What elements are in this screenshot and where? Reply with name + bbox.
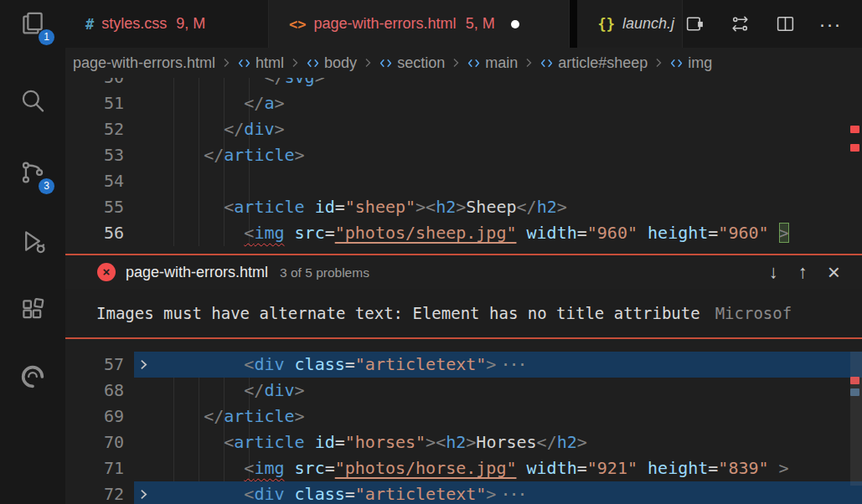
- breadcrumb-item[interactable]: page-with-errors.html: [73, 54, 215, 72]
- activity-run-debug[interactable]: [0, 224, 65, 261]
- more-actions-icon[interactable]: ···: [818, 13, 842, 36]
- activity-search[interactable]: [0, 84, 65, 121]
- activity-bar: 1 3: [0, 0, 65, 504]
- breadcrumb-item[interactable]: main: [467, 54, 518, 72]
- editor-actions: ···: [683, 0, 862, 48]
- code-line[interactable]: 57 <div class="articletext">···: [65, 352, 862, 378]
- activity-extensions[interactable]: [0, 293, 65, 330]
- activity-explorer[interactable]: 1: [0, 7, 65, 44]
- fold-gutter: [124, 116, 163, 142]
- tab-decoration: 9, M: [176, 15, 205, 33]
- close-icon[interactable]: ×: [828, 263, 840, 281]
- code-line[interactable]: 56 <img src="photos/sheep.jpg" width="96…: [65, 220, 862, 246]
- code-line[interactable]: 52 </div>: [65, 116, 862, 142]
- next-problem-icon[interactable]: ↓: [769, 263, 778, 281]
- fold-chevron-icon[interactable]: [124, 481, 163, 504]
- open-preview-icon[interactable]: [683, 13, 706, 36]
- peek-border-bottom: [65, 337, 862, 339]
- code-text[interactable]: </div>: [163, 116, 862, 142]
- breadcrumb-label: img: [688, 54, 712, 72]
- line-number[interactable]: 56: [65, 220, 124, 246]
- code-line[interactable]: 70 <article id="horses"><h2>Horses</h2>: [65, 429, 862, 455]
- symbol-tag-icon: [379, 56, 393, 70]
- tab-styles-css[interactable]: # styles.css 9, M: [65, 0, 269, 48]
- peek-problem-count: 3 of 5 problems: [280, 265, 369, 280]
- breadcrumb-label: body: [324, 54, 357, 72]
- editor: 50 </svg>51 </a>52 </div>53 </article>54…: [65, 78, 862, 504]
- peek-header: × page-with-errors.html 3 of 5 problems …: [65, 255, 862, 289]
- code-text[interactable]: <div class="articletext">···: [163, 352, 862, 378]
- chevron-right-icon: [361, 56, 374, 69]
- breadcrumb: page-with-errors.htmlhtmlbodysectionmain…: [65, 48, 862, 78]
- line-number[interactable]: 69: [65, 404, 124, 429]
- line-number[interactable]: 57: [65, 352, 124, 378]
- breadcrumb-item[interactable]: article#sheep: [539, 54, 648, 72]
- scrollbar-thumb[interactable]: [850, 352, 862, 486]
- line-number[interactable]: 50: [65, 78, 124, 90]
- chevron-right-icon: [522, 56, 535, 69]
- overview-ruler-mark: [850, 144, 859, 152]
- line-number[interactable]: 55: [65, 194, 124, 220]
- code-text[interactable]: </div>: [163, 378, 862, 404]
- code-line[interactable]: 72 <div class="articletext">···: [65, 481, 862, 504]
- breadcrumb-item[interactable]: body: [306, 54, 357, 72]
- code-line[interactable]: 54: [65, 168, 862, 194]
- line-number[interactable]: 51: [65, 90, 124, 116]
- run-debug-icon: [18, 227, 47, 259]
- code-line[interactable]: 50 </svg>: [65, 78, 862, 90]
- line-number[interactable]: 52: [65, 116, 124, 142]
- activity-edge-devtools[interactable]: [0, 360, 65, 397]
- fold-chevron-icon[interactable]: [124, 352, 163, 378]
- chevron-right-icon: [652, 56, 665, 69]
- modified-dot-icon[interactable]: [511, 20, 519, 28]
- code-line[interactable]: 69 </article>: [65, 404, 862, 429]
- fold-gutter: [124, 220, 163, 246]
- fold-gutter: [124, 90, 163, 116]
- code-section-top: 50 </svg>51 </a>52 </div>53 </article>54…: [65, 78, 862, 246]
- edge-devtools-icon: [18, 363, 47, 394]
- code-line[interactable]: 71 <img src="photos/horse.jpg" width="92…: [65, 455, 862, 481]
- breadcrumb-label: main: [485, 54, 518, 72]
- code-text[interactable]: [163, 168, 862, 194]
- line-number[interactable]: 54: [65, 168, 124, 194]
- fold-gutter: [124, 455, 163, 481]
- code-line[interactable]: 55 <article id="sheep"><h2>Sheep</h2>: [65, 194, 862, 220]
- code-line[interactable]: 51 </a>: [65, 90, 862, 116]
- code-text[interactable]: </svg>: [163, 78, 862, 90]
- activity-source-control[interactable]: 3: [0, 156, 65, 193]
- breadcrumb-item[interactable]: img: [669, 54, 712, 72]
- tab-decoration: 5, M: [466, 15, 495, 33]
- error-icon: ×: [97, 263, 116, 281]
- code-text[interactable]: <article id="horses"><h2>Horses</h2>: [163, 429, 862, 455]
- compare-changes-icon[interactable]: [728, 13, 751, 36]
- split-editor-icon[interactable]: [773, 13, 797, 36]
- code-line[interactable]: 53 </article>: [65, 142, 862, 168]
- code-text[interactable]: <div class="articletext">···: [163, 481, 862, 504]
- explorer-badge: 1: [39, 29, 54, 45]
- breadcrumb-item[interactable]: section: [379, 54, 445, 72]
- problem-source: Microsof: [715, 304, 792, 322]
- code-text[interactable]: <img src="photos/sheep.jpg" width="960" …: [163, 220, 862, 246]
- line-number[interactable]: 70: [65, 429, 124, 455]
- problem-message: Images must have alternate text: Element…: [96, 304, 700, 322]
- line-number[interactable]: 68: [65, 378, 124, 404]
- html-file-icon: <>: [289, 16, 306, 33]
- code-text[interactable]: </a>: [163, 90, 862, 116]
- symbol-tag-icon: [467, 56, 481, 70]
- code-text[interactable]: <article id="sheep"><h2>Sheep</h2>: [163, 194, 862, 220]
- extensions-icon: [18, 296, 47, 327]
- code-text[interactable]: </article>: [163, 142, 862, 168]
- line-number[interactable]: 72: [65, 481, 124, 504]
- line-number[interactable]: 71: [65, 455, 124, 481]
- peek-title: page-with-errors.html: [126, 264, 268, 281]
- code-text[interactable]: <img src="photos/horse.jpg" width="921" …: [163, 455, 862, 481]
- breadcrumb-item[interactable]: html: [237, 54, 284, 72]
- previous-problem-icon[interactable]: ↑: [798, 263, 808, 281]
- tab-label: page-with-errors.html: [314, 15, 457, 33]
- line-number[interactable]: 53: [65, 142, 124, 168]
- code-line[interactable]: 68 </div>: [65, 378, 862, 404]
- tab-launch-json[interactable]: {} launch.j: [577, 0, 683, 48]
- problem-message-row[interactable]: Images must have alternate text: Element…: [65, 289, 862, 337]
- tab-page-with-errors-html[interactable]: <> page-with-errors.html 5, M: [269, 0, 570, 48]
- code-text[interactable]: </article>: [163, 404, 862, 429]
